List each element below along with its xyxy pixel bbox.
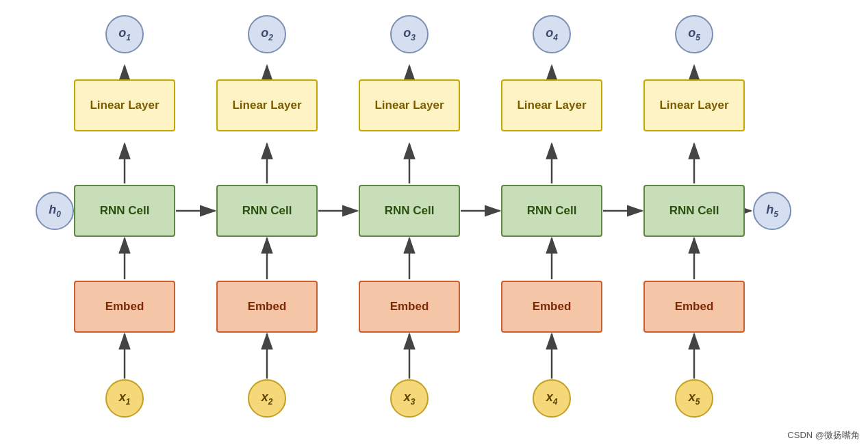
rnn-label-4: RNN Cell [527, 204, 577, 218]
embed-box-3: Embed [359, 281, 460, 333]
rnn-label-5: RNN Cell [669, 204, 719, 218]
linear-box-2: Linear Layer [216, 79, 318, 131]
linear-box-1: Linear Layer [74, 79, 175, 131]
o4-label: o4 [546, 26, 558, 42]
o5-label: o5 [688, 26, 700, 42]
linear-box-5: Linear Layer [643, 79, 745, 131]
input-circle-3: x3 [390, 379, 429, 418]
h0-circle: h0 [36, 192, 74, 230]
h5-label: h5 [766, 203, 778, 219]
input-circle-5: x5 [675, 379, 713, 418]
input-circle-1: x1 [105, 379, 144, 418]
input-circle-4: x4 [533, 379, 571, 418]
o3-label: o3 [403, 26, 416, 42]
h0-label: h0 [49, 203, 61, 219]
embed-box-5: Embed [643, 281, 745, 333]
output-circle-4: o4 [533, 15, 571, 53]
embed-label-3: Embed [390, 300, 429, 314]
linear-label-4: Linear Layer [517, 99, 586, 112]
output-circle-1: o1 [105, 15, 144, 53]
input-circle-2: x2 [248, 379, 286, 418]
x1-label: x1 [119, 390, 131, 407]
linear-label-1: Linear Layer [90, 99, 159, 112]
x5-label: x5 [689, 390, 700, 407]
output-circle-5: o5 [675, 15, 713, 53]
rnn-label-3: RNN Cell [385, 204, 435, 218]
x2-label: x2 [261, 390, 273, 407]
rnn-box-5: RNN Cell [643, 185, 745, 237]
rnn-box-1: RNN Cell [74, 185, 175, 237]
watermark: CSDN @微扬嘴角 [787, 429, 860, 442]
rnn-box-4: RNN Cell [501, 185, 602, 237]
output-circle-3: o3 [390, 15, 429, 53]
output-circle-2: o2 [248, 15, 286, 53]
rnn-label-2: RNN Cell [242, 204, 292, 218]
embed-box-2: Embed [216, 281, 318, 333]
embed-label-1: Embed [105, 300, 144, 314]
x3-label: x3 [404, 390, 416, 407]
linear-box-3: Linear Layer [359, 79, 460, 131]
embed-label-2: Embed [248, 300, 287, 314]
rnn-box-2: RNN Cell [216, 185, 318, 237]
rnn-label-1: RNN Cell [100, 204, 150, 218]
linear-label-5: Linear Layer [659, 99, 728, 112]
embed-label-4: Embed [533, 300, 572, 314]
linear-label-2: Linear Layer [232, 99, 301, 112]
linear-box-4: Linear Layer [501, 79, 602, 131]
h5-circle: h5 [753, 192, 791, 230]
rnn-box-3: RNN Cell [359, 185, 460, 237]
linear-label-3: Linear Layer [374, 99, 444, 112]
o2-label: o2 [261, 26, 273, 42]
embed-label-5: Embed [675, 300, 714, 314]
x4-label: x4 [546, 390, 558, 407]
embed-box-4: Embed [501, 281, 602, 333]
o1-label: o1 [118, 26, 131, 42]
embed-box-1: Embed [74, 281, 175, 333]
diagram-container: h0 h5 o1 Linear Layer RNN Cell Embed x1 … [0, 0, 868, 447]
